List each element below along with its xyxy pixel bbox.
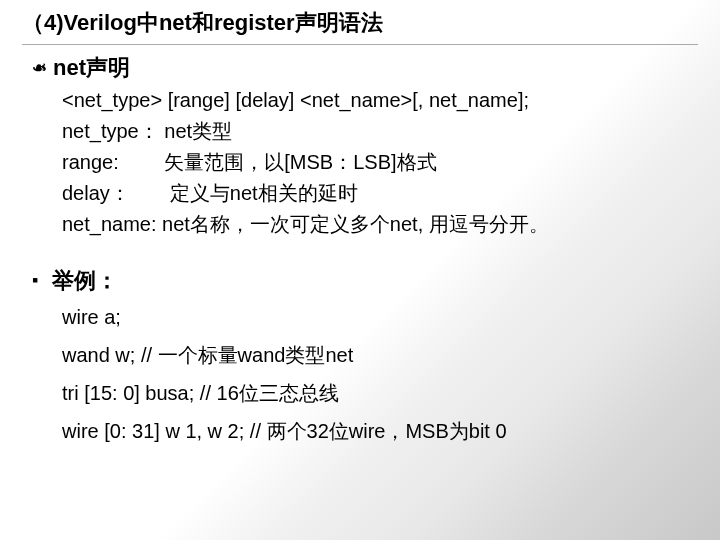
example-line-1: wire a; (62, 298, 698, 336)
net-range-line: range: 矢量范围，以[MSB：LSB]格式 (62, 147, 698, 178)
net-name-line: net_name: net名称，一次可定义多个net, 用逗号分开。 (62, 209, 698, 240)
net-syntax-line: <net_type> [range] [delay] <net_name>[, … (62, 85, 698, 116)
net-type-line: net_type： net类型 (62, 116, 698, 147)
slide-title: （4)Verilog中net和register声明语法 (22, 8, 698, 38)
net-syntax-block: <net_type> [range] [delay] <net_name>[, … (62, 85, 698, 240)
divider (22, 44, 698, 45)
section-heading-example-text: 举例： (52, 266, 118, 296)
example-line-2: wand w; // 一个标量wand类型net (62, 336, 698, 374)
section-heading-net-text: net声明 (53, 53, 130, 83)
section-heading-example: 举例： (32, 266, 698, 296)
net-delay-line: delay： 定义与net相关的延时 (62, 178, 698, 209)
section-net-declaration: net声明 <net_type> [range] [delay] <net_na… (32, 53, 698, 240)
example-line-3: tri [15: 0] busa; // 16位三态总线 (62, 374, 698, 412)
example-line-4: wire [0: 31] w 1, w 2; // 两个32位wire，MSB为… (62, 412, 698, 450)
example-code-block: wire a; wand w; // 一个标量wand类型net tri [15… (62, 298, 698, 450)
section-example: 举例： wire a; wand w; // 一个标量wand类型net tri… (32, 266, 698, 450)
section-heading-net: net声明 (32, 53, 698, 83)
